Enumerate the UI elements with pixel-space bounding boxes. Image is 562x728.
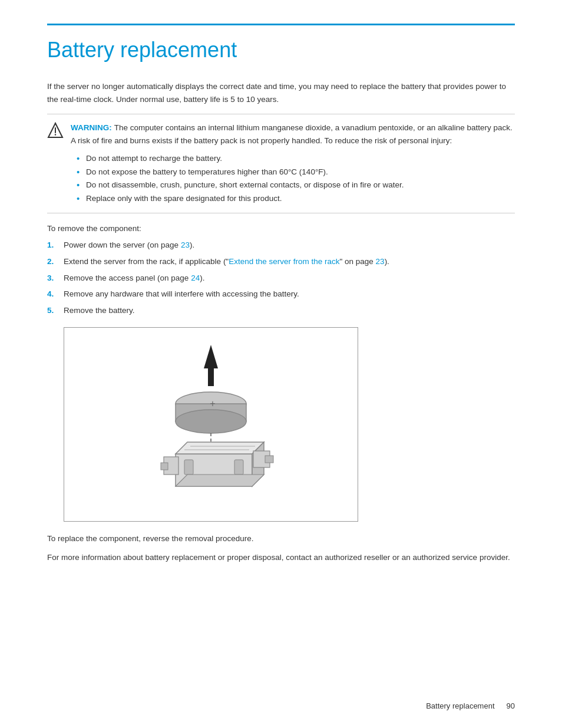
step-text: Remove the battery.	[64, 304, 135, 317]
warning-icon	[47, 122, 64, 139]
page-footer: Battery replacement 90	[426, 701, 515, 710]
plus-sign: +	[210, 398, 215, 409]
page: Battery replacement If the server no lon…	[0, 0, 562, 728]
steps-list: 1. Power down the server (on page 23). 2…	[47, 239, 515, 317]
link-page24[interactable]: 24	[191, 274, 200, 282]
step-text: Extend the server from the rack, if appl…	[64, 255, 389, 268]
section-label: To remove the component:	[47, 224, 515, 233]
holder-tab-left	[161, 463, 168, 470]
battery-svg: +	[117, 339, 305, 510]
step-text: Power down the server (on page 23).	[64, 239, 194, 252]
warning-text: The computer contains an internal lithiu…	[71, 123, 513, 145]
warning-box: WARNING: The computer contains an intern…	[47, 114, 515, 213]
link-page23b[interactable]: 23	[376, 257, 385, 266]
step-2: 2. Extend the server from the rack, if a…	[47, 255, 515, 268]
holder-indent1	[184, 460, 193, 475]
step-num: 2.	[47, 255, 64, 268]
intro-paragraph: If the server no longer automatically di…	[47, 80, 515, 106]
holder-top	[176, 442, 264, 454]
warning-label: WARNING:	[71, 123, 112, 132]
step-num: 5.	[47, 304, 64, 317]
bullet-item: Replace only with the spare designated f…	[77, 192, 515, 206]
step-3: 3. Remove the access panel (on page 24).	[47, 272, 515, 285]
step-4: 4. Remove any hardware that will interfe…	[47, 288, 515, 301]
step-1: 1. Power down the server (on page 23).	[47, 239, 515, 252]
warning-content: WARNING: The computer contains an intern…	[71, 121, 515, 206]
up-arrow	[204, 345, 218, 386]
top-rule	[47, 24, 515, 25]
replace-text: To replace the component, reverse the re…	[47, 532, 515, 545]
step-5: 5. Remove the battery.	[47, 304, 515, 317]
more-info-text: For more information about battery repla…	[47, 551, 515, 564]
battery-bottom-ellipse	[176, 410, 246, 433]
footer-label: Battery replacement	[426, 701, 494, 710]
link-extend-server[interactable]: Extend the server from the rack	[229, 257, 339, 266]
step-text: Remove any hardware that will interfere …	[64, 288, 299, 301]
step-num: 4.	[47, 288, 64, 301]
holder-tab-right	[265, 456, 273, 463]
step-num: 1.	[47, 239, 64, 252]
holder-indent2	[234, 460, 243, 475]
bullet-item: Do not disassemble, crush, puncture, sho…	[77, 179, 515, 192]
svg-point-2	[55, 134, 56, 136]
page-title: Battery replacement	[47, 37, 515, 62]
bullet-item: Do not expose the battery to temperature…	[77, 166, 515, 179]
warning-bullets: Do not attempt to recharge the battery. …	[77, 152, 515, 206]
footer-page: 90	[507, 701, 515, 710]
link-page23[interactable]: 23	[181, 241, 190, 249]
holder-bottom	[176, 475, 264, 486]
step-text: Remove the access panel (on page 24).	[64, 272, 204, 285]
step-num: 3.	[47, 272, 64, 285]
bullet-item: Do not attempt to recharge the battery.	[77, 152, 515, 166]
battery-diagram: +	[64, 327, 358, 522]
